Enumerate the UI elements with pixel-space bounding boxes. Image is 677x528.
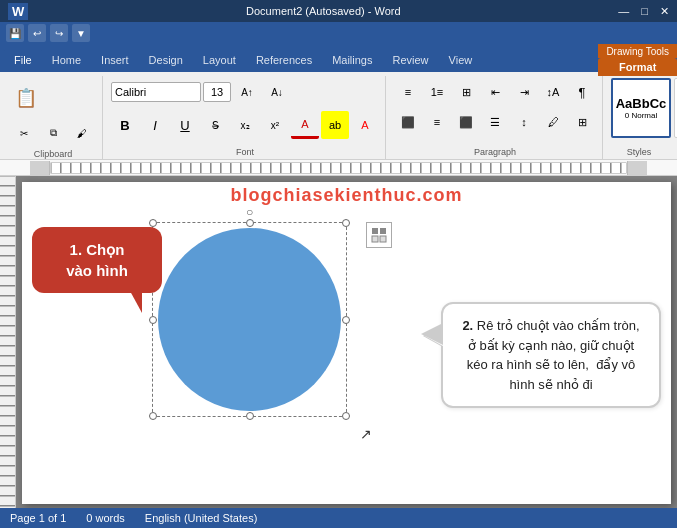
copy-button[interactable]: ⧉	[39, 119, 67, 147]
paragraph-label: Paragraph	[394, 147, 596, 157]
decrease-font-button[interactable]: A↓	[263, 78, 291, 106]
cut-button[interactable]: ✂	[10, 119, 38, 147]
tab-design[interactable]: Design	[139, 48, 193, 72]
font-name-row: A↑ A↓	[111, 78, 379, 106]
selection-box: ○	[152, 222, 347, 417]
blue-circle-shape[interactable]	[158, 228, 341, 411]
numbering-button[interactable]: 1≡	[423, 78, 451, 106]
handle-bottom-right[interactable]	[342, 412, 350, 420]
callout2-text: Rê trỏ chuột vào chấm tròn, ở bất kỳ cạn…	[467, 318, 640, 392]
handle-top-right[interactable]	[342, 219, 350, 227]
tab-references[interactable]: References	[246, 48, 322, 72]
handle-bottom-left[interactable]	[149, 412, 157, 420]
style-normal-preview: AaBbCc	[616, 96, 667, 112]
font-size-input[interactable]	[203, 82, 231, 102]
maximize-btn[interactable]: □	[641, 5, 648, 18]
ruler-scale	[50, 162, 627, 174]
font-label: Font	[111, 147, 379, 157]
bold-button[interactable]: B	[111, 111, 139, 139]
list-buttons: ≡ 1≡ ⊞ ⇤ ⇥ ↕A ¶	[394, 78, 596, 106]
ribbon-tabs: File Home Insert Design Layout Reference…	[0, 44, 677, 72]
styles-group: AaBbCc 0 Normal AaBb 1 No Sp Styles	[605, 76, 673, 159]
callout-instructions: 2. Rê trỏ chuột vào chấm tròn, ở bất kỳ …	[441, 302, 661, 408]
layout-options-icon	[371, 227, 387, 243]
tab-review[interactable]: Review	[383, 48, 439, 72]
bullets-button[interactable]: ≡	[394, 78, 422, 106]
indent-decrease-button[interactable]: ⇤	[481, 78, 509, 106]
shape-container[interactable]: ○ ↗	[152, 222, 362, 432]
border-button[interactable]: ⊞	[568, 108, 596, 136]
italic-button[interactable]: I	[141, 111, 169, 139]
page-count: Page 1 of 1	[10, 512, 66, 524]
handle-middle-right[interactable]	[342, 316, 350, 324]
ruler-left-margin	[30, 161, 50, 175]
tab-layout[interactable]: Layout	[193, 48, 246, 72]
vertical-ruler	[0, 176, 16, 510]
ruler-right-margin	[627, 161, 647, 175]
redo-button[interactable]: ↪	[50, 24, 68, 42]
svg-rect-1	[380, 228, 386, 234]
text-color-button[interactable]: A	[291, 111, 319, 139]
ribbon-content: 📋 ✂ ⧉ 🖌 Clipboard A↑ A↓ B I U S̶	[0, 72, 677, 160]
align-right-button[interactable]: ⬛	[452, 108, 480, 136]
show-formatting-button[interactable]: ¶	[568, 78, 596, 106]
tab-home[interactable]: Home	[42, 48, 91, 72]
title-bar-controls[interactable]: — □ ✕	[618, 5, 669, 18]
callout-choose-shape: 1. Chọnvào hình	[32, 227, 162, 293]
paste-button[interactable]: 📋	[10, 78, 42, 118]
title-bar: W Document2 (Autosaved) - Word — □ ✕	[0, 0, 677, 22]
underline-button[interactable]: U	[171, 111, 199, 139]
word-count: 0 words	[86, 512, 125, 524]
language: English (United States)	[145, 512, 258, 524]
subscript-button[interactable]: x₂	[231, 111, 259, 139]
resize-cursor-icon: ↗	[360, 426, 372, 442]
quick-access-toolbar: 💾 ↩ ↪ ▼	[0, 22, 677, 44]
horizontal-ruler	[0, 160, 677, 176]
qa-dropdown-button[interactable]: ▼	[72, 24, 90, 42]
font-color-button[interactable]: A	[351, 111, 379, 139]
style-normal-label: 0 Normal	[625, 111, 657, 120]
indent-increase-button[interactable]: ⇥	[510, 78, 538, 106]
handle-bottom-middle[interactable]	[246, 412, 254, 420]
line-spacing-button[interactable]: ↕	[510, 108, 538, 136]
title-bar-left: W	[8, 3, 28, 20]
styles-content: AaBbCc 0 Normal AaBb 1 No Sp	[611, 78, 677, 145]
align-left-button[interactable]: ⬛	[394, 108, 422, 136]
font-name-input[interactable]	[111, 82, 201, 102]
tab-file[interactable]: File	[4, 48, 42, 72]
close-btn[interactable]: ✕	[660, 5, 669, 18]
style-normal[interactable]: AaBbCc 0 Normal	[611, 78, 671, 138]
clipboard-buttons: 📋 ✂ ⧉ 🖌	[10, 78, 96, 147]
font-format-row: B I U S̶ x₂ x² A ab A	[111, 111, 379, 139]
format-painter-button[interactable]: 🖌	[68, 119, 96, 147]
highlight-button[interactable]: ab	[321, 111, 349, 139]
increase-font-button[interactable]: A↑	[233, 78, 261, 106]
styles-label: Styles	[611, 147, 667, 157]
tab-format[interactable]: Format	[598, 58, 677, 76]
justify-button[interactable]: ☰	[481, 108, 509, 136]
tab-insert[interactable]: Insert	[91, 48, 139, 72]
multilevel-list-button[interactable]: ⊞	[452, 78, 480, 106]
callout1-number: 1.	[70, 241, 83, 258]
tab-view[interactable]: View	[439, 48, 483, 72]
handle-top-middle[interactable]	[246, 219, 254, 227]
save-button[interactable]: 💾	[6, 24, 24, 42]
handle-top-left[interactable]	[149, 219, 157, 227]
superscript-button[interactable]: x²	[261, 111, 289, 139]
callout2-number: 2.	[462, 318, 473, 333]
svg-rect-0	[372, 228, 378, 234]
undo-button[interactable]: ↩	[28, 24, 46, 42]
strikethrough-button[interactable]: S̶	[201, 111, 229, 139]
callout2-arrow	[425, 326, 443, 346]
handle-middle-left[interactable]	[149, 316, 157, 324]
tab-mailings[interactable]: Mailings	[322, 48, 382, 72]
sort-button[interactable]: ↕A	[539, 78, 567, 106]
paragraph-group: ≡ 1≡ ⊞ ⇤ ⇥ ↕A ¶ ⬛ ≡ ⬛ ☰ ↕ 🖊 ⊞ Paragraph	[388, 76, 603, 159]
clipboard-group: 📋 ✂ ⧉ 🖌 Clipboard	[4, 76, 103, 159]
status-bar: Page 1 of 1 0 words English (United Stat…	[0, 508, 677, 528]
shading-button[interactable]: 🖊	[539, 108, 567, 136]
minimize-btn[interactable]: —	[618, 5, 629, 18]
document-area: blogchiasekienthuc.com 1. Chọnvào hình ○	[0, 176, 677, 510]
align-center-button[interactable]: ≡	[423, 108, 451, 136]
layout-options-button[interactable]	[366, 222, 392, 248]
